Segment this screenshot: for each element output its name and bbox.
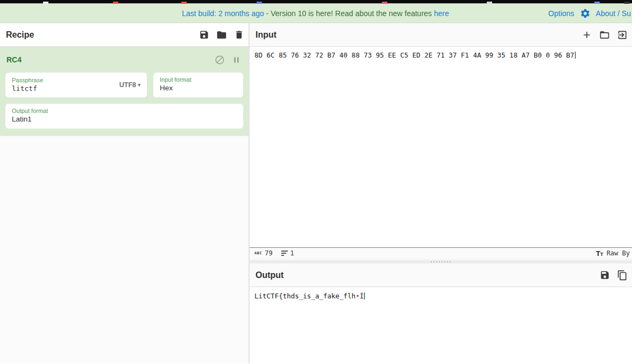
input-format-arg[interactable]: Input format Hex (153, 73, 243, 97)
char-count-value: 79 (265, 249, 272, 257)
add-tab-plus-icon[interactable] (581, 30, 592, 40)
text-type-icon: TT (596, 249, 603, 258)
open-input-import-icon[interactable] (617, 30, 628, 40)
browser-tab-strip (0, 0, 632, 4)
save-output-icon[interactable] (600, 270, 610, 280)
announcement-banner: Last build: 2 months ago - Version 10 is… (0, 4, 632, 23)
recipe-header-icons (199, 30, 244, 40)
io-splitter-handle[interactable] (250, 259, 632, 263)
recipe-header: Recipe (0, 23, 248, 47)
breakpoint-pause-icon[interactable] (232, 55, 241, 65)
save-recipe-icon[interactable] (199, 30, 209, 40)
input-type-button[interactable]: TT Raw By (596, 249, 630, 258)
output-text: LitCTF{thds_is_a_fake_flh (254, 292, 356, 300)
banner-message: Last build: 2 months ago - Version 10 is… (182, 9, 449, 18)
passphrase-arg: Passphrase litctf UTF8 ▾ (5, 73, 147, 97)
output-format-arg[interactable]: Output format Latin1 (5, 104, 243, 129)
gear-icon[interactable] (580, 8, 591, 19)
io-panel: Input 8D 6C 85 76 32 72 B7 40 88 73 95 E… (250, 23, 632, 363)
passphrase-input[interactable]: litctf (12, 84, 119, 92)
control-char-dot: • (356, 292, 360, 300)
passphrase-type-dropdown[interactable]: UTF8 ▾ (119, 81, 141, 89)
operation-args: Passphrase litctf UTF8 ▾ Input format He… (0, 65, 248, 129)
output-caret (364, 292, 365, 299)
recipe-list: RC4 Passphrase (0, 47, 248, 363)
about-support-link[interactable]: About / Su (596, 9, 631, 18)
output-title: Output (255, 270, 283, 280)
arg-row-2: Output format Latin1 (5, 104, 243, 129)
input-format-select[interactable]: Hex (160, 84, 238, 92)
line-count-group: 1 (281, 249, 294, 257)
output-display: LitCTF{thds_is_a_fake_flh•Í (250, 287, 632, 363)
input-status-bar: ABC 79 1 TT Raw By (250, 247, 632, 259)
line-count-icon (281, 251, 288, 256)
main-layout: Recipe RC4 (0, 23, 632, 363)
open-file-folder-icon[interactable] (599, 30, 610, 40)
output-header: Output (250, 263, 632, 287)
char-count-group: ABC 79 (254, 249, 273, 257)
operation-title: RC4 (6, 55, 22, 64)
passphrase-field[interactable]: Passphrase litctf (12, 77, 119, 92)
input-title: Input (255, 30, 276, 40)
copy-output-icon[interactable] (617, 270, 628, 281)
operation-rc4[interactable]: RC4 Passphrase (0, 47, 248, 136)
output-format-label: Output format (12, 108, 238, 114)
operation-icons (215, 55, 241, 65)
recipe-title: Recipe (6, 30, 34, 40)
options-link[interactable]: Options (548, 9, 574, 18)
last-build-link[interactable]: Last build: 2 months ago (182, 9, 264, 18)
input-format-label: Input format (160, 76, 238, 83)
chevron-down-icon: ▾ (138, 82, 140, 88)
banner-right: Options About / Su (449, 8, 632, 19)
output-text-tail: Í (360, 292, 364, 300)
input-type-label: Raw By (607, 249, 630, 257)
input-header: Input (250, 23, 632, 47)
arg-row-1: Passphrase litctf UTF8 ▾ Input format He… (5, 73, 243, 97)
output-header-icons (600, 270, 628, 281)
input-text: 8D 6C 85 76 32 72 B7 40 88 73 95 EE C5 E… (254, 51, 574, 59)
operation-header: RC4 (0, 47, 248, 65)
version-text: - Version 10 is here! Read about the new… (264, 9, 434, 18)
disable-operation-icon[interactable] (215, 55, 225, 65)
input-header-icons (581, 30, 628, 40)
here-link[interactable]: here (434, 9, 449, 18)
recipe-panel: Recipe RC4 (0, 23, 248, 363)
line-count-value: 1 (290, 249, 294, 257)
output-section: Output LitCTF{thds_is_a_fake_flh•Í (250, 263, 632, 363)
passphrase-label: Passphrase (12, 77, 119, 83)
output-format-select[interactable]: Latin1 (12, 115, 238, 123)
input-caret (575, 52, 576, 59)
input-section: Input 8D 6C 85 76 32 72 B7 40 88 73 95 E… (250, 23, 632, 259)
clear-recipe-trash-icon[interactable] (234, 30, 244, 40)
load-recipe-folder-icon[interactable] (216, 30, 227, 40)
char-count-icon: ABC (254, 251, 262, 255)
input-editor[interactable]: 8D 6C 85 76 32 72 B7 40 88 73 95 EE C5 E… (250, 47, 632, 247)
